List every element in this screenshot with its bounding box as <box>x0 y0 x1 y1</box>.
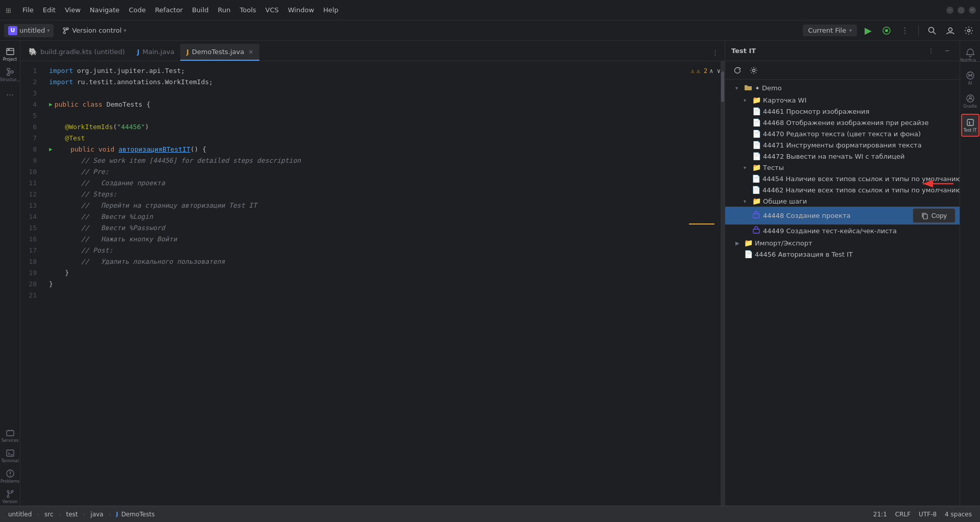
menu-code[interactable]: Code <box>125 4 150 16</box>
panel-settings-button[interactable] <box>748 64 760 77</box>
status-indent[interactable]: 4 spaces <box>941 506 976 522</box>
tree-item-44448[interactable]: 44448 Создание проекта Copy <box>725 207 960 225</box>
run-config-selector[interactable]: Current File ▾ <box>803 24 857 36</box>
search-everywhere-button[interactable] <box>925 23 939 38</box>
tree-label-demo: Demo <box>762 84 782 92</box>
tree-label-44468: 44468 Отображение изображения при ресайз… <box>763 119 929 127</box>
tree-item-44468[interactable]: 📄 44468 Отображение изображения при реса… <box>725 117 960 128</box>
minimize-button[interactable]: ─ <box>946 7 953 14</box>
menu-navigate[interactable]: Navigate <box>86 4 124 16</box>
tree-item-obshie[interactable]: ▾ 📁 Общие шаги <box>725 195 960 207</box>
branch-name: Version control <box>72 27 122 34</box>
file-44470-icon: 📄 <box>752 130 761 138</box>
project-dropdown-icon: ▾ <box>47 28 50 33</box>
status-demotests[interactable]: J DemoTests <box>112 506 159 522</box>
svg-point-28 <box>969 96 971 98</box>
far-testit-label: Test IT <box>964 128 977 133</box>
tab-demo-tests[interactable]: J DemoTests.java ✕ <box>180 44 259 61</box>
project-name: untitled <box>19 27 45 34</box>
sidebar-item-terminal[interactable]: Terminal <box>1 446 19 465</box>
run-marker-8[interactable]: ▶ <box>49 144 53 155</box>
menu-help[interactable]: Help <box>319 4 343 16</box>
menu-vcs[interactable]: VCS <box>261 4 283 16</box>
status-line-endings[interactable]: CRLF <box>891 506 915 522</box>
sidebar-item-structure[interactable]: Structur... <box>1 65 19 84</box>
status-class-name: DemoTests <box>121 511 155 518</box>
panel-minimize-button[interactable]: ─ <box>941 45 953 57</box>
project-selector[interactable]: U untitled ▾ <box>4 24 54 37</box>
menu-run[interactable]: Run <box>214 4 235 16</box>
tree-item-44456[interactable]: 📄 44456 Авторизация в Test IT <box>725 248 960 260</box>
far-sidebar-gradle[interactable]: Gradle <box>961 91 979 112</box>
status-project-path[interactable]: untitled <box>4 506 36 522</box>
sidebar-item-version[interactable]: Version <box>1 487 19 506</box>
scroll-indicator[interactable] <box>721 61 725 506</box>
code-line-2: import ru.testit.annotations.WorkItemIds… <box>45 77 725 88</box>
code-line-6: @WorkItemIds("44456") <box>45 121 725 133</box>
code-content[interactable]: import org.junit.jupiter.api.Test; ⚠ ⚠ 2… <box>45 61 725 506</box>
sidebar-item-more[interactable]: ··· <box>1 86 19 104</box>
more-actions-button[interactable]: ⋮ <box>898 23 912 38</box>
tab-close-icon[interactable]: ✕ <box>248 48 253 56</box>
tree-item-44472[interactable]: 📄 44472 Вывести на печать WI с таблицей <box>725 151 960 162</box>
indent-label: 4 spaces <box>945 511 972 518</box>
tree-item-44470[interactable]: 📄 44470 Редактор текста (цвет текста и ф… <box>725 128 960 139</box>
tree-item-import[interactable]: ▶ 📁 Импорт/Экспорт <box>725 237 960 248</box>
tree-view[interactable]: ▾ ✦ Demo ▾ 📁 Карточка WI 📄 44461 Просмот… <box>725 80 960 506</box>
menu-refactor[interactable]: Refactor <box>151 4 187 16</box>
menu-window[interactable]: Window <box>284 4 318 16</box>
code-editor[interactable]: 1 2 3 4 5 6 7 8 9 10 11 12 13 14 15 16 1… <box>20 61 725 506</box>
tab-gradle[interactable]: 🐘 build.gradle.kts (untitled) <box>22 43 131 61</box>
line-endings-label: CRLF <box>895 511 911 518</box>
file-44471-icon: 📄 <box>752 141 761 149</box>
tree-label-44448: 44448 Создание проекта <box>763 212 906 219</box>
far-sidebar-notifications[interactable]: Notifica... <box>961 45 979 66</box>
status-java[interactable]: java <box>86 506 107 522</box>
right-panel-title: Test IT <box>731 47 921 55</box>
far-sidebar-ai[interactable]: AI <box>961 68 979 89</box>
warning-icon: ⚠ <box>690 65 694 77</box>
sidebar-item-project[interactable]: Project <box>1 45 19 63</box>
status-src[interactable]: src <box>40 506 58 522</box>
folder-demo-icon <box>744 83 753 93</box>
menu-file[interactable]: File <box>18 4 38 16</box>
debug-button[interactable] <box>879 23 894 38</box>
warning-badge: ⚠ ⚠ 2 ∧ ∨ <box>690 65 721 77</box>
tree-item-44471[interactable]: 📄 44471 Инструменты форматирования текст… <box>725 139 960 151</box>
demo-tab-icon: J <box>186 48 188 56</box>
sidebar-item-problems[interactable]: Problems <box>1 467 19 485</box>
tab-main-java[interactable]: J Main.java <box>131 44 180 61</box>
run-marker-4[interactable]: ▶ <box>49 99 53 110</box>
code-line-5 <box>45 110 725 121</box>
menu-edit[interactable]: Edit <box>39 4 60 16</box>
code-line-16: // Нажать кнопку Войти <box>45 234 725 245</box>
run-button[interactable]: ▶ <box>861 23 875 38</box>
branch-selector[interactable]: Version control ▾ <box>58 24 130 37</box>
panel-options-button[interactable]: ⋮ <box>925 45 937 57</box>
panel-refresh-button[interactable] <box>731 64 744 77</box>
close-button[interactable]: ✕ <box>969 7 976 14</box>
menu-build[interactable]: Build <box>188 4 213 16</box>
svg-text:⊞: ⊞ <box>6 7 11 14</box>
account-button[interactable] <box>943 23 958 38</box>
tree-item-demo[interactable]: ▾ ✦ Demo <box>725 82 960 94</box>
status-encoding[interactable]: UTF-8 <box>915 506 941 522</box>
tab-more-button[interactable]: ⋮ <box>708 45 723 61</box>
tree-item-testy[interactable]: ▾ 📁 Тесты <box>725 162 960 173</box>
tree-item-kartochka[interactable]: ▾ 📁 Карточка WI <box>725 94 960 106</box>
tree-arrow-import: ▶ <box>735 240 742 246</box>
far-sidebar-testit[interactable]: t Test IT <box>961 114 979 137</box>
status-bar: untitled › src › test › java › J DemoTes… <box>0 506 980 522</box>
menu-tools[interactable]: Tools <box>236 4 260 16</box>
menu-view[interactable]: View <box>61 4 85 16</box>
file-44462-icon: 📄 <box>752 186 760 194</box>
status-test[interactable]: test <box>62 506 82 522</box>
svg-line-8 <box>934 32 936 34</box>
copy-button[interactable]: Copy <box>913 208 955 223</box>
tree-item-44449[interactable]: 44449 Создание тест-кейса/чек-листа <box>725 225 960 237</box>
status-cursor-pos[interactable]: 21:1 <box>869 506 891 522</box>
tree-item-44461[interactable]: 📄 44461 Просмотр изображения <box>725 106 960 117</box>
maximize-button[interactable]: ◻ <box>958 7 965 14</box>
settings-gear-button[interactable] <box>962 23 976 38</box>
sidebar-item-services[interactable]: Services <box>1 426 19 444</box>
